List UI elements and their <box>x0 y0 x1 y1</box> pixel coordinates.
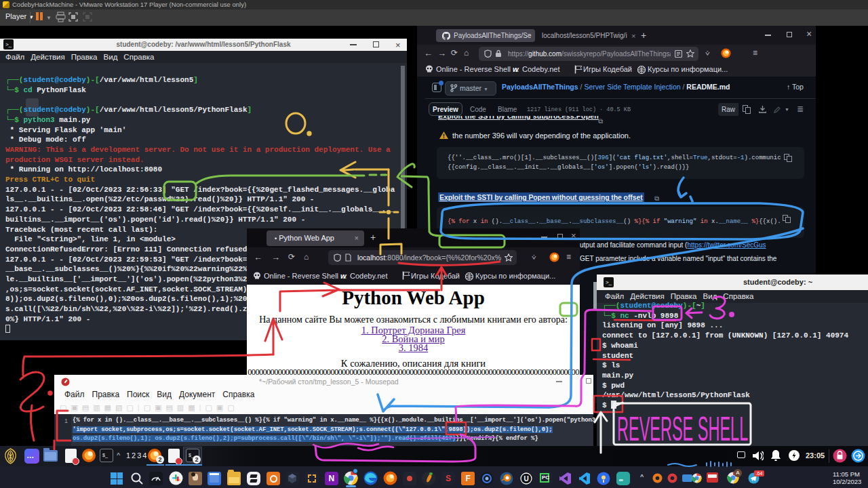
svg-text:REVERSE SHELL: REVERSE SHELL <box>617 410 748 447</box>
